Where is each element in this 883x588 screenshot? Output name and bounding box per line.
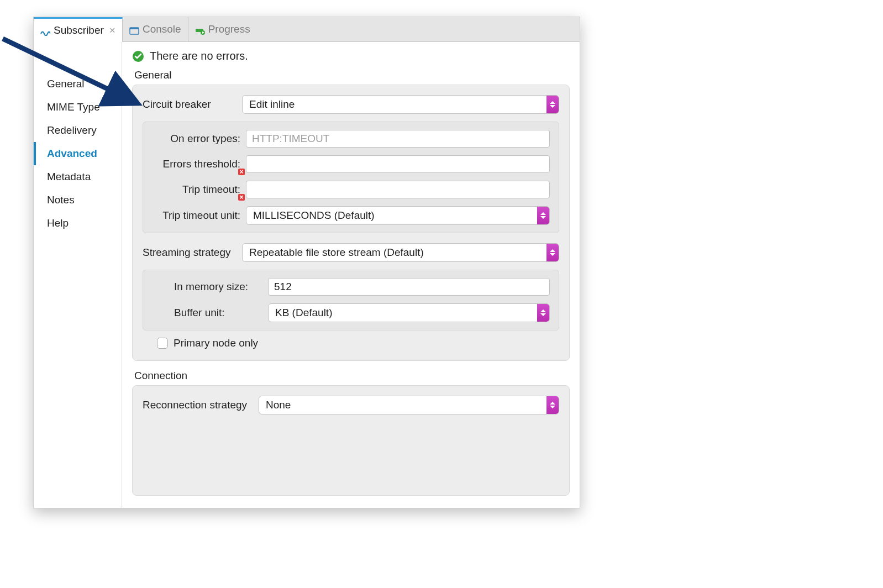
select-trip-timeout-unit[interactable]: MILLISECONDS (Default) [246, 206, 550, 225]
main-panel: There are no errors. General Circuit bre… [122, 42, 580, 508]
chevron-updown-icon [546, 96, 559, 113]
tab-progress[interactable]: Progress [188, 17, 257, 41]
chevron-updown-icon [546, 396, 559, 414]
label-in-memory-size: In memory size: [174, 281, 268, 293]
input-on-error-types[interactable] [246, 130, 550, 148]
tab-label: Progress [208, 23, 250, 35]
subsection-streaming-strategy: In memory size: Buffer unit: KB (Default… [143, 270, 559, 330]
label-trip-timeout: Trip timeout: [152, 183, 246, 196]
chevron-updown-icon [546, 244, 559, 261]
svg-rect-1 [130, 28, 139, 29]
chevron-updown-icon [537, 207, 549, 224]
tab-console[interactable]: Console [123, 17, 188, 41]
row-trip-timeout-unit: Trip timeout unit: MILLISECONDS (Default… [152, 206, 550, 225]
validation-status-text: There are no errors. [150, 50, 248, 62]
sidenav-item-mime-type[interactable]: MIME Type [34, 96, 122, 119]
sidenav-item-notes[interactable]: Notes [34, 188, 122, 212]
tab-subscriber[interactable]: Subscriber × [34, 17, 123, 42]
select-circuit-breaker[interactable]: Edit inline [242, 95, 559, 114]
console-icon [129, 25, 139, 33]
select-value: KB (Default) [275, 307, 332, 319]
progress-icon [195, 25, 205, 33]
sidenav-item-general[interactable]: General [34, 72, 122, 96]
side-nav: General MIME Type Redelivery Advanced Me… [34, 42, 122, 508]
row-buffer-unit: Buffer unit: KB (Default) [152, 303, 550, 322]
row-primary-node-only[interactable]: Primary node only [143, 334, 559, 350]
select-streaming-strategy[interactable]: Repeatable file store stream (Default) [242, 243, 559, 262]
checkbox-primary-node-only[interactable] [157, 338, 168, 349]
label-buffer-unit: Buffer unit: [174, 307, 268, 319]
label-reconnection-strategy: Reconnection strategy [143, 399, 259, 411]
row-circuit-breaker: Circuit breaker Edit inline [143, 95, 559, 114]
close-icon[interactable]: × [107, 25, 115, 35]
label-streaming-strategy: Streaming strategy [143, 246, 242, 259]
select-value: Repeatable file store stream (Default) [249, 246, 424, 259]
row-reconnection-strategy: Reconnection strategy None [143, 396, 559, 414]
section-title-general: General [134, 69, 570, 81]
chevron-updown-icon [537, 304, 549, 322]
label-errors-threshold: Errors threshold: [152, 158, 246, 170]
sidenav-item-help[interactable]: Help [34, 212, 122, 235]
row-in-memory-size: In memory size: [152, 278, 550, 296]
subscriber-icon [40, 27, 50, 34]
input-errors-threshold[interactable] [246, 155, 550, 173]
tab-label: Console [143, 23, 181, 35]
sidenav-item-advanced[interactable]: Advanced [34, 142, 122, 165]
label-primary-node-only: Primary node only [174, 337, 258, 349]
row-trip-timeout: Trip timeout: [152, 181, 550, 198]
tab-strip: Subscriber × Console Progress [34, 17, 580, 42]
section-general: Circuit breaker Edit inline On error typ… [132, 85, 570, 361]
label-circuit-breaker: Circuit breaker [143, 98, 242, 111]
label-trip-timeout-unit: Trip timeout unit: [152, 209, 246, 222]
row-streaming-strategy: Streaming strategy Repeatable file store… [143, 243, 559, 262]
ok-icon [132, 50, 144, 62]
content-area: General MIME Type Redelivery Advanced Me… [34, 42, 580, 508]
select-value: MILLISECONDS (Default) [253, 209, 375, 222]
label-on-error-types: On error types: [152, 133, 246, 145]
editor-window: Subscriber × Console Progress General MI… [33, 17, 580, 508]
select-buffer-unit[interactable]: KB (Default) [268, 303, 550, 322]
error-icon [238, 194, 245, 201]
row-on-error-types: On error types: [152, 130, 550, 148]
row-errors-threshold: Errors threshold: [152, 155, 550, 173]
sidenav-item-metadata[interactable]: Metadata [34, 165, 122, 188]
validation-status: There are no errors. [132, 50, 570, 62]
input-trip-timeout[interactable] [246, 181, 550, 198]
select-value: None [266, 399, 291, 411]
section-title-connection: Connection [134, 370, 570, 382]
sidenav-item-redelivery[interactable]: Redelivery [34, 119, 122, 142]
section-connection: Reconnection strategy None [132, 385, 570, 496]
select-reconnection-strategy[interactable]: None [259, 396, 559, 414]
subsection-circuit-breaker: On error types: Errors threshold: [143, 122, 559, 233]
input-in-memory-size[interactable] [268, 278, 550, 296]
error-icon [238, 169, 245, 175]
select-value: Edit inline [249, 98, 295, 111]
tab-label: Subscriber [54, 24, 104, 36]
